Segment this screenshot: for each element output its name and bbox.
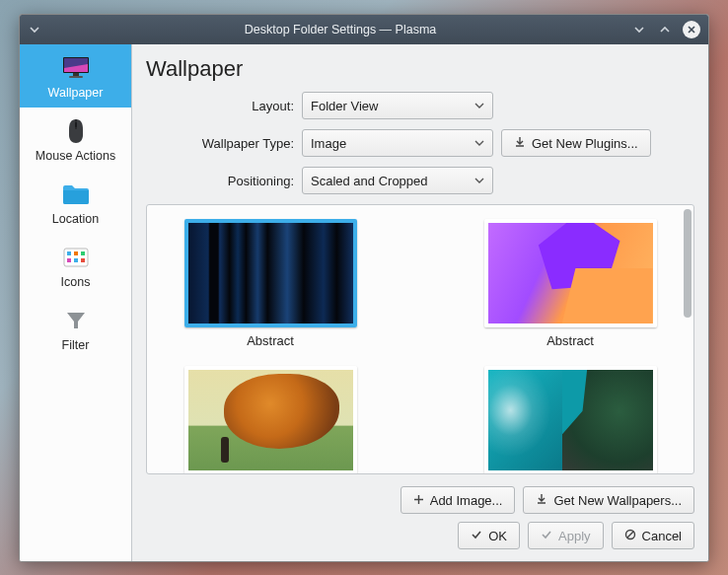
wallpaper-item[interactable]	[165, 366, 376, 473]
wallpaper-gallery: Abstract Abstract	[146, 204, 694, 474]
gallery-grid: Abstract Abstract	[147, 205, 693, 473]
sidebar: Wallpaper Mouse Actions	[20, 44, 132, 561]
scrollbar[interactable]	[684, 209, 692, 469]
chevron-down-icon	[474, 99, 484, 113]
wallpaper-thumbnail	[184, 219, 357, 327]
plus-icon	[413, 493, 424, 508]
wallpaper-thumbnail	[484, 219, 657, 327]
svg-rect-8	[75, 122, 77, 127]
wallpaper-type-combo[interactable]: Image	[302, 129, 493, 157]
svg-rect-5	[73, 73, 79, 76]
icons-icon	[58, 244, 94, 271]
svg-rect-15	[81, 258, 85, 262]
get-new-wallpapers-button[interactable]: Get New Wallpapers...	[523, 486, 694, 514]
cancel-label: Cancel	[642, 529, 682, 543]
window-body: Wallpaper Mouse Actions	[20, 44, 708, 561]
get-new-plugins-label: Get New Plugins...	[532, 136, 638, 151]
sidebar-item-label: Location	[52, 212, 99, 226]
layout-label: Layout:	[146, 99, 294, 113]
app-icon	[26, 21, 43, 38]
svg-rect-6	[69, 76, 83, 78]
positioning-combo[interactable]: Scaled and Cropped	[302, 167, 493, 194]
window-buttons	[631, 21, 700, 38]
download-icon	[536, 493, 547, 508]
monitor-icon	[58, 54, 94, 82]
maximize-button[interactable]	[657, 22, 673, 37]
close-button[interactable]	[683, 21, 700, 38]
ok-label: OK	[488, 529, 507, 543]
sidebar-item-label: Filter	[62, 338, 90, 352]
cancel-icon	[624, 529, 636, 543]
chevron-down-icon	[474, 136, 484, 151]
wallpaper-type-value: Image	[311, 136, 346, 151]
folder-icon	[58, 180, 94, 208]
titlebar: Desktop Folder Settings — Plasma	[20, 15, 708, 44]
main-panel: Wallpaper Layout: Folder View Wallpaper …	[132, 44, 708, 561]
mouse-icon	[58, 117, 94, 145]
sidebar-item-filter[interactable]: Filter	[20, 297, 131, 360]
check-icon	[541, 529, 552, 543]
svg-rect-13	[67, 258, 71, 262]
minimize-button[interactable]	[631, 22, 647, 37]
apply-button: Apply	[528, 522, 604, 549]
positioning-value: Scaled and Cropped	[311, 174, 428, 188]
sidebar-item-label: Icons	[61, 275, 91, 289]
svg-rect-14	[74, 258, 78, 262]
sidebar-item-label: Wallpaper	[48, 86, 104, 100]
svg-marker-16	[67, 313, 85, 328]
download-icon	[514, 136, 526, 151]
sidebar-item-wallpaper[interactable]: Wallpaper	[20, 44, 131, 108]
svg-rect-11	[74, 252, 78, 255]
funnel-icon	[58, 307, 94, 334]
wallpaper-item[interactable]	[465, 366, 676, 473]
layout-value: Folder View	[311, 99, 378, 113]
add-image-label: Add Image...	[430, 493, 503, 508]
wallpaper-item[interactable]: Abstract	[165, 219, 376, 348]
wallpaper-thumbnail	[484, 366, 657, 473]
positioning-label: Positioning:	[146, 174, 294, 188]
settings-form: Layout: Folder View Wallpaper Type: Imag…	[132, 92, 708, 204]
wallpaper-caption: Abstract	[546, 333, 594, 348]
svg-rect-9	[64, 249, 88, 266]
scrollbar-thumb[interactable]	[684, 209, 692, 318]
page-title: Wallpaper	[132, 44, 708, 92]
gallery-buttons: Add Image... Get New Wallpapers...	[132, 482, 708, 518]
window-title: Desktop Folder Settings — Plasma	[49, 23, 631, 36]
layout-combo[interactable]: Folder View	[302, 92, 493, 119]
sidebar-item-location[interactable]: Location	[20, 171, 131, 234]
chevron-down-icon	[474, 174, 484, 188]
wallpaper-caption: Abstract	[247, 333, 294, 348]
cancel-button[interactable]: Cancel	[612, 522, 694, 549]
settings-window: Desktop Folder Settings — Plasma	[19, 14, 709, 562]
sidebar-item-mouse-actions[interactable]: Mouse Actions	[20, 108, 131, 171]
wallpaper-item[interactable]: Abstract	[465, 219, 676, 348]
add-image-button[interactable]: Add Image...	[400, 486, 516, 514]
svg-line-18	[627, 532, 633, 538]
apply-label: Apply	[558, 529, 591, 543]
svg-rect-10	[67, 252, 71, 255]
sidebar-item-icons[interactable]: Icons	[20, 234, 131, 297]
ok-button[interactable]: OK	[458, 522, 520, 549]
get-new-plugins-button[interactable]: Get New Plugins...	[501, 129, 651, 157]
check-icon	[471, 529, 482, 543]
wallpaper-type-label: Wallpaper Type:	[146, 136, 294, 151]
get-new-wallpapers-label: Get New Wallpapers...	[553, 493, 682, 508]
sidebar-item-label: Mouse Actions	[36, 149, 115, 163]
wallpaper-thumbnail	[184, 366, 357, 473]
svg-rect-12	[81, 252, 85, 255]
dialog-buttons: OK Apply Cancel	[132, 518, 708, 561]
